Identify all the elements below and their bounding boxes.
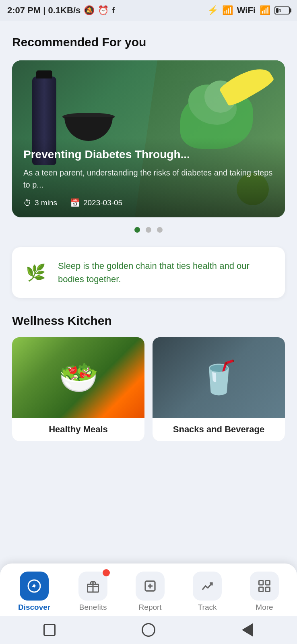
healthy-meals-card[interactable]: Healthy Meals: [12, 337, 144, 441]
snacks-image: [153, 337, 285, 418]
time-display: 2:07 PM | 0.1KB/s: [7, 5, 80, 16]
nav-report[interactable]: Report: [132, 572, 169, 612]
wifi-signal-icon: 📶: [260, 5, 270, 16]
healthy-meals-image: [12, 337, 144, 418]
clock-icon: ⏱: [23, 198, 31, 208]
status-bar: 2:07 PM | 0.1KB/s 🔕 ⏰ f ⚡ 📶 WiFi 📶 14: [0, 0, 297, 21]
status-right: ⚡ 📶 WiFi 📶 14: [207, 5, 290, 16]
nav-more[interactable]: More: [246, 572, 283, 612]
recommended-title: Recommended For you: [12, 35, 285, 49]
nav-track[interactable]: Track: [189, 572, 226, 612]
bluetooth-icon: ⚡: [207, 5, 218, 16]
card-title: Preventing Diabetes Through...: [23, 147, 274, 162]
dot-2[interactable]: [146, 227, 151, 233]
healthy-meals-label: Healthy Meals: [12, 418, 144, 441]
svg-rect-9: [266, 581, 270, 585]
mute-icon: 🔕: [84, 5, 95, 16]
svg-point-3: [33, 585, 35, 587]
report-label: Report: [139, 603, 162, 612]
dot-3[interactable]: [157, 227, 163, 233]
grid-icon: [257, 579, 272, 593]
back-button[interactable]: [239, 622, 256, 638]
svg-rect-10: [259, 587, 264, 592]
carousel-dots: [12, 227, 285, 233]
read-time: ⏱ 3 mins: [23, 198, 57, 208]
report-icon: [143, 579, 157, 593]
quote-icon: 🌿: [22, 258, 50, 287]
home-button[interactable]: [140, 622, 157, 638]
track-icon: [200, 579, 214, 593]
quote-text: Sleep is the golden chain that ties heal…: [58, 259, 275, 286]
nav-discover[interactable]: Discover: [14, 572, 54, 612]
benefits-icon-wrap: [78, 572, 107, 601]
svg-rect-11: [266, 587, 270, 592]
bottom-navigation: Discover Benefits Report: [0, 564, 297, 616]
compass-icon: [27, 579, 41, 593]
track-icon-wrap: [193, 572, 222, 601]
main-content: Recommended For you Preventing Diabetes …: [0, 21, 297, 562]
snacks-label: Snacks and Beverage: [153, 418, 285, 441]
benefits-badge: [103, 569, 110, 576]
calendar-icon: 📅: [70, 198, 80, 208]
quote-box: 🌿 Sleep is the golden chain that ties he…: [12, 247, 285, 298]
circle-icon: [142, 623, 155, 637]
alarm-icon: ⏰: [98, 5, 109, 16]
benefits-label: Benefits: [79, 603, 107, 612]
system-nav-bar: [0, 616, 297, 644]
gift-icon: [86, 579, 100, 593]
wifi-icon: WiFi: [237, 5, 256, 16]
article-card[interactable]: Preventing Diabetes Through... As a teen…: [12, 60, 285, 217]
wellness-kitchen-title: Wellness Kitchen: [12, 314, 285, 328]
article-date: 📅 2023-03-05: [70, 198, 122, 208]
svg-rect-8: [259, 581, 264, 585]
more-icon-wrap: [250, 572, 279, 601]
card-meta: ⏱ 3 mins 📅 2023-03-05: [23, 198, 274, 208]
card-content: Preventing Diabetes Through... As a teen…: [12, 138, 285, 217]
square-icon: [43, 624, 56, 636]
status-left: 2:07 PM | 0.1KB/s 🔕 ⏰ f: [7, 5, 115, 16]
track-label: Track: [198, 603, 217, 612]
card-description: As a teen parent, understanding the risk…: [23, 167, 274, 191]
dot-1[interactable]: [134, 227, 140, 233]
more-label: More: [256, 603, 273, 612]
facebook-icon: f: [112, 6, 115, 15]
square-button[interactable]: [41, 622, 58, 638]
snacks-card[interactable]: Snacks and Beverage: [153, 337, 285, 441]
kitchen-grid: Healthy Meals Snacks and Beverage: [12, 337, 285, 441]
discover-label: Discover: [18, 603, 50, 612]
nav-benefits[interactable]: Benefits: [74, 572, 111, 612]
triangle-icon: [242, 623, 253, 637]
discover-icon-wrap: [20, 572, 49, 601]
report-icon-wrap: [136, 572, 165, 601]
signal-icon: 📶: [222, 5, 233, 16]
battery-icon: 14: [274, 6, 290, 14]
